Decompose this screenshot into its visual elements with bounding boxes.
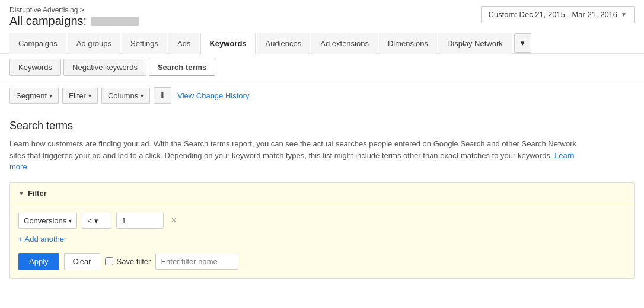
save-filter-label: Save filter — [105, 257, 151, 266]
tab-ads[interactable]: Ads — [168, 33, 199, 54]
add-another-link[interactable]: + Add another — [18, 235, 66, 243]
filter-arrow-icon: ▾ — [88, 92, 91, 99]
description-text: Learn how customers are finding your ad.… — [9, 139, 576, 160]
filter-operator-label: < — [87, 216, 92, 225]
columns-arrow-icon: ▾ — [141, 92, 144, 99]
date-range-label: Custom: Dec 21, 2015 - Mar 21, 2016 — [489, 10, 618, 19]
section-title: Search terms — [9, 120, 635, 132]
main-nav: Campaigns Ad groups Settings Ads Keyword… — [0, 33, 644, 54]
tab-ad-groups[interactable]: Ad groups — [68, 33, 120, 54]
filter-field-arrow-icon: ▾ — [69, 217, 72, 224]
page-title: All campaigns: — [9, 14, 139, 28]
filter-expand-icon: ▼ — [18, 190, 24, 197]
header-left: Disruptive Advertising > All campaigns: — [9, 6, 139, 28]
subtab-negative-keywords[interactable]: Negative keywords — [63, 59, 146, 76]
description: Learn how customers are finding your ad.… — [9, 138, 579, 173]
filter-value-input[interactable] — [116, 213, 164, 229]
columns-label: Columns — [108, 91, 138, 100]
view-change-history-link[interactable]: View Change History — [177, 91, 249, 100]
breadcrumb-label: Disruptive Advertising — [9, 6, 78, 14]
segment-button[interactable]: Segment ▾ — [9, 88, 59, 104]
filter-label: Filter — [69, 91, 86, 100]
save-filter-text: Save filter — [117, 257, 151, 266]
filter-panel: ▼ Filter Conversions ▾ < ▾ × + Add anoth… — [9, 182, 635, 279]
tab-keywords[interactable]: Keywords — [200, 33, 255, 54]
header-right: Custom: Dec 21, 2015 - Mar 21, 2016 ▼ — [481, 6, 635, 23]
filter-operator-arrow-icon: ▾ — [94, 216, 98, 225]
filter-row: Conversions ▾ < ▾ × — [18, 213, 626, 229]
segment-label: Segment — [16, 91, 47, 100]
tab-ad-extensions[interactable]: Ad extensions — [311, 33, 378, 54]
subtab-keywords[interactable]: Keywords — [9, 59, 61, 76]
filter-field-label: Conversions — [24, 216, 66, 225]
columns-button[interactable]: Columns ▾ — [101, 88, 150, 104]
filter-header-label: Filter — [28, 189, 47, 198]
tab-more-button[interactable]: ▾ — [514, 33, 531, 53]
filter-field-select[interactable]: Conversions ▾ — [18, 213, 77, 229]
tab-settings[interactable]: Settings — [122, 33, 167, 54]
breadcrumb[interactable]: Disruptive Advertising > — [9, 6, 139, 14]
filter-remove-button[interactable]: × — [168, 214, 178, 226]
download-icon: ⬇ — [159, 91, 166, 100]
tab-campaigns[interactable]: Campaigns — [9, 33, 66, 54]
top-header: Disruptive Advertising > All campaigns: … — [0, 0, 644, 33]
segment-arrow-icon: ▾ — [49, 92, 52, 99]
apply-button[interactable]: Apply — [18, 253, 59, 270]
save-filter-checkbox[interactable] — [105, 257, 113, 265]
content-area: Search terms Learn how customers are fin… — [0, 110, 644, 288]
breadcrumb-separator: > — [80, 6, 84, 14]
filter-button[interactable]: Filter ▾ — [62, 88, 98, 104]
filter-operator-select[interactable]: < ▾ — [82, 213, 111, 229]
filter-actions: Apply Clear Save filter — [18, 253, 626, 270]
clear-button[interactable]: Clear — [64, 253, 100, 270]
filter-panel-header[interactable]: ▼ Filter — [10, 183, 634, 204]
date-range-button[interactable]: Custom: Dec 21, 2015 - Mar 21, 2016 ▼ — [481, 6, 635, 23]
subtab-search-terms[interactable]: Search terms — [149, 59, 215, 76]
tab-dimensions[interactable]: Dimensions — [379, 33, 437, 54]
tab-display-network[interactable]: Display Network — [438, 33, 512, 54]
date-range-arrow-icon: ▼ — [621, 11, 627, 18]
filter-body: Conversions ▾ < ▾ × + Add another Apply … — [10, 204, 634, 278]
save-filter-name-input[interactable] — [155, 254, 238, 270]
campaign-name-blurred — [91, 17, 139, 26]
download-button[interactable]: ⬇ — [154, 87, 171, 104]
toolbar: Segment ▾ Filter ▾ Columns ▾ ⬇ View Chan… — [0, 81, 644, 110]
sub-nav: Keywords Negative keywords Search terms — [0, 54, 644, 81]
tab-audiences[interactable]: Audiences — [257, 33, 311, 54]
